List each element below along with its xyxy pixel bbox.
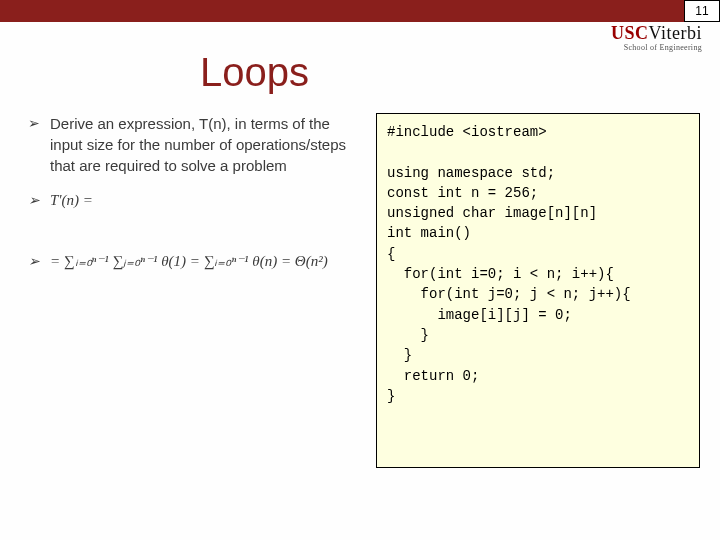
page-number: 11 bbox=[684, 0, 720, 22]
usc-viterbi-logo: USCViterbi School of Engineering bbox=[611, 24, 702, 52]
code-snippet: #include <iostream> using namespace std;… bbox=[376, 113, 700, 468]
top-bar: 11 bbox=[0, 0, 720, 22]
bullet-list: Derive an expression, T(n), in terms of … bbox=[28, 113, 358, 468]
logo-usc: USC bbox=[611, 23, 649, 43]
bullet-item: = ∑ᵢ₌₀ⁿ⁻¹ ∑ⱼ₌₀ⁿ⁻¹ θ(1) = ∑ᵢ₌₀ⁿ⁻¹ θ(n) = … bbox=[28, 251, 358, 272]
bullet-item: T'(n) = bbox=[28, 190, 358, 211]
bullet-item: Derive an expression, T(n), in terms of … bbox=[28, 113, 358, 176]
logo-subtitle: School of Engineering bbox=[611, 44, 702, 52]
content-area: Derive an expression, T(n), in terms of … bbox=[0, 113, 720, 468]
logo-viterbi: Viterbi bbox=[649, 23, 702, 43]
slide-title: Loops bbox=[200, 50, 720, 95]
